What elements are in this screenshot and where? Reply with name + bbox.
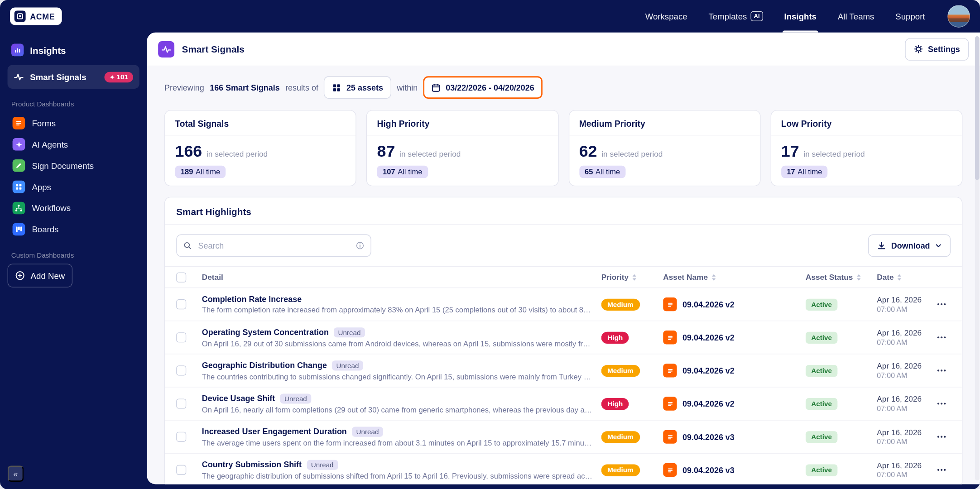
stat-period-label: in selected period: [207, 150, 268, 158]
download-button[interactable]: Download: [868, 235, 951, 257]
add-new-button[interactable]: Add New: [8, 264, 72, 287]
row-description: The geographic distribution of submissio…: [202, 471, 593, 480]
search-input[interactable]: [197, 240, 351, 251]
sidebar-item-ai-agents[interactable]: AI Agents: [8, 134, 139, 155]
row-title: Operating System Concentration: [202, 327, 329, 337]
row-title: Increased User Engagement Duration: [202, 427, 347, 436]
stat-card-low-priority: Low Priority 17in selected period 17All …: [770, 110, 962, 186]
nav-all-teams[interactable]: All Teams: [838, 0, 874, 33]
stat-period-label: in selected period: [803, 150, 865, 158]
row-menu-button[interactable]: [933, 362, 949, 379]
row-description: The average time users spent on the form…: [202, 438, 593, 447]
settings-button[interactable]: Settings: [905, 38, 969, 60]
results-of-label: results of: [285, 83, 318, 92]
asset-name: 09.04.2026 v2: [682, 399, 735, 408]
asset-name: 09.04.2026 v3: [682, 432, 735, 441]
priority-badge: Medium: [601, 298, 640, 310]
column-asset-status[interactable]: Asset Status: [806, 273, 877, 281]
stat-period-label: in selected period: [601, 150, 663, 158]
row-menu-button[interactable]: [933, 296, 949, 312]
top-navigation: Workspace Templates AI Insights All Team…: [645, 0, 970, 33]
row-menu-button[interactable]: [933, 396, 949, 412]
row-menu-button[interactable]: [933, 462, 949, 478]
boards-icon: [13, 223, 25, 236]
table-header: Detail Priority Asset Name Asset Status …: [165, 267, 962, 288]
row-checkbox[interactable]: [176, 432, 186, 442]
priority-badge: High: [601, 331, 629, 343]
assets-grid-icon: [332, 83, 341, 92]
ai-agents-icon: [13, 138, 25, 151]
date-range-input[interactable]: 03/22/2026 - 04/20/2026: [423, 76, 543, 99]
row-time: 07:00 AM: [877, 339, 933, 346]
sidebar-item-boards[interactable]: Boards: [8, 219, 139, 240]
table-row[interactable]: Completion Rate Increase The form comple…: [165, 288, 962, 321]
ai-badge: AI: [751, 11, 763, 21]
acme-logo[interactable]: ACME: [10, 8, 62, 25]
app-window: ACME Workspace Templates AI Insights All…: [0, 0, 980, 489]
nav-workspace[interactable]: Workspace: [645, 0, 687, 33]
row-date: Apr 16, 2026: [877, 362, 933, 370]
smart-highlights-panel: Smart Highlights Download Detail Priorit…: [164, 197, 962, 484]
row-description: On April 16, 29 out of 30 submissions ca…: [202, 339, 593, 348]
sort-icon: [632, 273, 637, 281]
sidebar: Insights Smart Signals 101 Product Dashb…: [0, 33, 147, 489]
row-title: Device Usage Shift: [202, 393, 275, 403]
row-time: 07:00 AM: [877, 372, 933, 379]
row-date: Apr 16, 2026: [877, 428, 933, 436]
topbar: ACME Workspace Templates AI Insights All…: [0, 0, 980, 33]
table-row[interactable]: Increased User Engagement DurationUnread…: [165, 421, 962, 454]
user-avatar[interactable]: [947, 5, 970, 28]
scrollbar[interactable]: [975, 36, 980, 480]
sidebar-item-apps[interactable]: Apps: [8, 176, 139, 197]
row-description: The form completion rate increased from …: [202, 306, 593, 314]
column-priority[interactable]: Priority: [601, 273, 663, 281]
row-checkbox[interactable]: [176, 399, 186, 409]
row-checkbox[interactable]: [176, 465, 186, 475]
acme-logo-icon: [14, 10, 26, 22]
sidebar-item-workflows[interactable]: Workflows: [8, 197, 139, 219]
stat-period-label: in selected period: [399, 150, 461, 158]
sidebar-item-smart-signals[interactable]: Smart Signals 101: [8, 65, 139, 89]
plus-circle-icon: [15, 271, 25, 281]
stat-value: 62: [579, 143, 597, 159]
stat-card-high-priority: High Priority 87in selected period 107Al…: [366, 110, 558, 186]
page-title: Smart Signals: [182, 44, 245, 54]
apps-icon: [13, 181, 25, 193]
page-header: Smart Signals Settings: [147, 33, 980, 67]
row-menu-button[interactable]: [933, 329, 949, 345]
stat-value: 17: [781, 143, 799, 159]
add-new-label: Add New: [31, 271, 65, 280]
scrollbar-thumb[interactable]: [975, 36, 980, 180]
table-row[interactable]: Operating System ConcentrationUnread On …: [165, 321, 962, 354]
sidebar-item-forms[interactable]: Forms: [8, 112, 139, 134]
sort-icon: [897, 273, 902, 281]
form-asset-icon: [663, 397, 677, 410]
form-asset-icon: [663, 331, 677, 344]
sidebar-collapse-button[interactable]: «: [8, 465, 24, 482]
row-checkbox[interactable]: [176, 299, 186, 309]
nav-insights[interactable]: Insights: [784, 0, 817, 33]
sidebar-item-sign-documents[interactable]: Sign Documents: [8, 155, 139, 176]
column-date[interactable]: Date: [877, 273, 933, 281]
chevron-down-icon: [935, 242, 942, 249]
row-description: The countries contributing to submission…: [202, 372, 593, 381]
brand-name: ACME: [30, 12, 55, 21]
row-menu-button[interactable]: [933, 429, 949, 445]
nav-templates[interactable]: Templates AI: [709, 0, 763, 33]
row-checkbox[interactable]: [176, 332, 186, 342]
assets-filter-button[interactable]: 25 assets: [324, 76, 391, 99]
row-checkbox[interactable]: [176, 365, 186, 375]
info-icon[interactable]: [355, 241, 364, 250]
column-asset-name[interactable]: Asset Name: [663, 273, 806, 281]
sidebar-item-label: Workflows: [32, 203, 71, 213]
table-row[interactable]: Geographic Distribution ChangeUnread The…: [165, 355, 962, 388]
select-all-checkbox[interactable]: [176, 272, 186, 282]
stat-title: High Priority: [367, 110, 557, 136]
nav-support[interactable]: Support: [895, 0, 925, 33]
badge-count: 101: [117, 73, 128, 81]
column-detail: Detail: [202, 273, 601, 281]
table-row[interactable]: Country Submission ShiftUnread The geogr…: [165, 454, 962, 484]
sidebar-item-label: Sign Documents: [32, 161, 94, 170]
table-row[interactable]: Device Usage ShiftUnread On April 16, ne…: [165, 388, 962, 421]
workflows-icon: [13, 202, 25, 215]
